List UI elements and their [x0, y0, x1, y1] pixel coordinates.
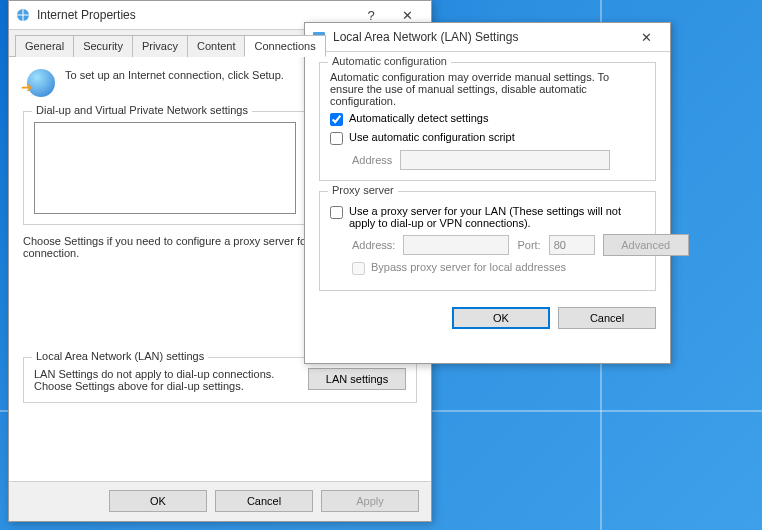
auto-config-legend: Automatic configuration [328, 55, 451, 67]
cancel-button[interactable]: Cancel [215, 490, 313, 512]
internet-options-icon [15, 7, 31, 23]
advanced-button: Advanced [603, 234, 689, 256]
dialog-buttons: OK Cancel Apply [9, 481, 431, 520]
proxy-port-input [549, 235, 595, 255]
proxy-address-label: Address: [352, 239, 395, 251]
cancel-button[interactable]: Cancel [558, 307, 656, 329]
tab-general[interactable]: General [15, 35, 74, 57]
proxy-legend: Proxy server [328, 184, 398, 196]
chk-proxy[interactable]: Use a proxy server for your LAN (These s… [330, 205, 645, 229]
auto-config-hint: Automatic configuration may override man… [330, 71, 645, 107]
tab-connections[interactable]: Connections [244, 35, 325, 57]
ok-button[interactable]: OK [109, 490, 207, 512]
chk-proxy-input[interactable] [330, 206, 343, 219]
titlebar[interactable]: Local Area Network (LAN) Settings ✕ [305, 23, 670, 52]
chk-autoscript-label: Use automatic configuration script [349, 131, 515, 143]
chk-autoscript-input[interactable] [330, 132, 343, 145]
tab-privacy[interactable]: Privacy [132, 35, 188, 57]
title-text: Internet Properties [37, 8, 136, 22]
ok-button[interactable]: OK [452, 307, 550, 329]
chk-autodetect[interactable]: Automatically detect settings [330, 112, 645, 126]
lan-legend: Local Area Network (LAN) settings [32, 350, 208, 362]
dialup-legend: Dial-up and Virtual Private Network sett… [32, 104, 252, 116]
apply-button: Apply [321, 490, 419, 512]
title-text: Local Area Network (LAN) Settings [333, 30, 518, 44]
chk-autodetect-input[interactable] [330, 113, 343, 126]
chk-proxy-label: Use a proxy server for your LAN (These s… [349, 205, 645, 229]
script-address-input [400, 150, 610, 170]
tab-security[interactable]: Security [73, 35, 133, 57]
chk-bypass: Bypass proxy server for local addresses [352, 261, 645, 275]
address-label: Address [352, 154, 392, 166]
setup-hint: To set up an Internet connection, click … [65, 69, 284, 81]
lan-body: Automatic configuration Automatic config… [305, 52, 670, 339]
chk-autodetect-label: Automatically detect settings [349, 112, 488, 124]
tab-content[interactable]: Content [187, 35, 246, 57]
lan-settings-dialog: Local Area Network (LAN) Settings ✕ Auto… [304, 22, 671, 364]
dialup-listbox[interactable] [34, 122, 296, 214]
proxy-group: Proxy server Use a proxy server for your… [319, 191, 656, 291]
auto-config-group: Automatic configuration Automatic config… [319, 62, 656, 181]
chk-bypass-input [352, 262, 365, 275]
close-button[interactable]: ✕ [628, 26, 664, 48]
lan-settings-button[interactable]: LAN settings [308, 368, 406, 390]
choose-settings-text: Choose Settings if you need to configure… [23, 235, 323, 259]
lan-hint: LAN Settings do not apply to dial-up con… [34, 368, 298, 392]
proxy-address-input [403, 235, 509, 255]
globe-icon: ➔ [23, 69, 55, 101]
proxy-port-label: Port: [517, 239, 540, 251]
chk-bypass-label: Bypass proxy server for local addresses [371, 261, 566, 273]
chk-autoscript[interactable]: Use automatic configuration script [330, 131, 645, 145]
